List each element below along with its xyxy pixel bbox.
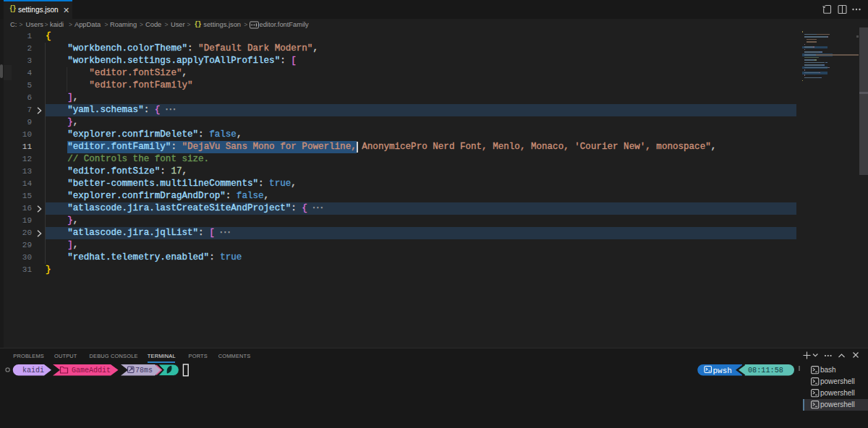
svg-text:kaidi: kaidi	[22, 367, 44, 374]
svg-text:GameAddit: GameAddit	[72, 367, 111, 374]
svg-text:78ms: 78ms	[135, 367, 153, 374]
svg-text:pwsh: pwsh	[713, 367, 732, 375]
svg-text:08:11:58: 08:11:58	[748, 367, 783, 374]
